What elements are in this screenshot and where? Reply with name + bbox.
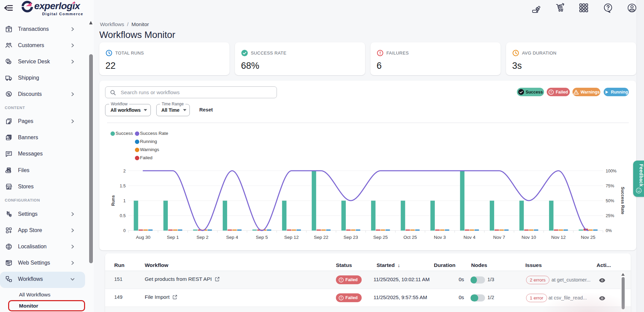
svg-text:0%: 0% [606, 228, 612, 233]
svg-text:Oct 25: Oct 25 [403, 235, 417, 240]
svg-text:100%: 100% [606, 169, 617, 173]
svg-text:Sep 1: Sep 1 [167, 235, 179, 240]
svg-text:Runs: Runs [111, 195, 116, 206]
svg-text:Nov 3: Nov 3 [434, 235, 446, 240]
svg-text:Nov 12: Nov 12 [551, 235, 566, 240]
svg-text:Sep 2: Sep 2 [197, 235, 208, 240]
svg-text:Aug 30: Aug 30 [136, 235, 150, 240]
svg-text:Sep 4: Sep 4 [226, 235, 238, 240]
svg-text:Nov 7: Nov 7 [493, 235, 505, 240]
svg-text:Sep 25: Sep 25 [373, 235, 388, 240]
svg-text:Nov 25: Nov 25 [581, 235, 596, 240]
svg-text:0.5: 0.5 [120, 213, 125, 218]
svg-text:1.5: 1.5 [120, 184, 125, 188]
svg-text:Success Rate: Success Rate [620, 187, 625, 214]
svg-text:Nov 4: Nov 4 [463, 235, 476, 240]
svg-text:2: 2 [123, 169, 126, 173]
svg-text:Sep 22: Sep 22 [314, 235, 328, 240]
svg-text:75%: 75% [606, 184, 614, 188]
svg-text:25%: 25% [606, 213, 614, 218]
svg-text:0: 0 [123, 228, 126, 233]
svg-text:Sep 5: Sep 5 [256, 235, 268, 240]
svg-text:Sep 12: Sep 12 [284, 235, 299, 240]
svg-text:Sep 23: Sep 23 [344, 235, 358, 240]
svg-text:1: 1 [123, 199, 126, 203]
svg-text:50%: 50% [606, 199, 614, 203]
svg-text:Nov 10: Nov 10 [522, 235, 536, 240]
